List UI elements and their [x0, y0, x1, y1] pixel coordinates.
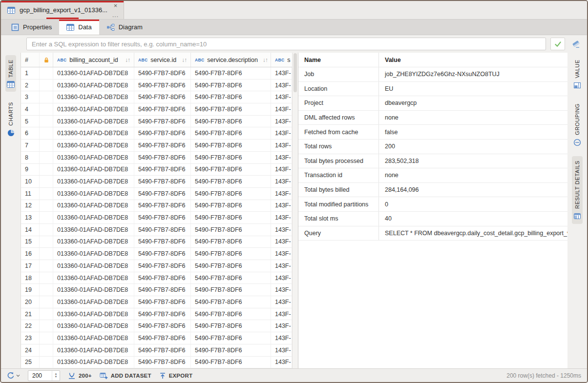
column-header-rownum[interactable]: #: [21, 53, 40, 67]
row-number-cell[interactable]: 2: [21, 80, 40, 91]
grid-cell[interactable]: 143F-: [271, 260, 292, 272]
grid-cell[interactable]: 013360-01AFAD-DB7DE8: [53, 260, 134, 272]
row-number-cell[interactable]: 3: [21, 91, 40, 103]
row-number-cell[interactable]: 20: [21, 296, 40, 308]
sql-filter-input[interactable]: [26, 38, 546, 50]
column-header-service-id[interactable]: ABCservice.id↓↑: [134, 53, 191, 67]
grid-cell[interactable]: 5490-F7B7-8DF6: [134, 212, 191, 223]
details-row[interactable]: Projectdbeavergcp: [298, 96, 567, 111]
tab-properties[interactable]: Properties: [4, 20, 59, 35]
add-dataset-button[interactable]: ADD DATASET: [100, 372, 151, 380]
grid-cell[interactable]: [40, 67, 53, 79]
details-row[interactable]: LocationEU: [298, 82, 567, 97]
grid-cell[interactable]: [40, 308, 53, 320]
grid-cell[interactable]: [40, 284, 53, 296]
grid-cell[interactable]: 013360-01AFAD-DB7DE8: [53, 272, 134, 284]
table-row[interactable]: 16013360-01AFAD-DB7DE85490-F7B7-8DF65490…: [21, 248, 292, 260]
grid-cell[interactable]: 143F-: [271, 176, 292, 187]
table-row[interactable]: 14013360-01AFAD-DB7DE85490-F7B7-8DF65490…: [21, 224, 292, 236]
grid-cell[interactable]: 5490-F7B7-8DF6: [134, 127, 191, 139]
stepper-arrows[interactable]: ▲ ▼: [52, 371, 60, 381]
export-button[interactable]: EXPORT: [159, 372, 193, 379]
details-row[interactable]: Total bytes billed284,164,096: [298, 183, 567, 198]
grid-cell[interactable]: 5490-F7B7-8DF6: [191, 152, 271, 163]
grid-cell[interactable]: 143F-: [271, 357, 292, 368]
details-row[interactable]: Total slot ms40: [298, 212, 567, 226]
grid-cell[interactable]: 5490-F7B7-8DF6: [191, 67, 271, 79]
table-row[interactable]: 24013360-01AFAD-DB7DE85490-F7B7-8DF65490…: [21, 344, 292, 357]
row-number-cell[interactable]: 15: [21, 236, 40, 248]
table-row[interactable]: 12013360-01AFAD-DB7DE85490-F7B7-8DF65490…: [21, 200, 292, 212]
grid-cell[interactable]: 013360-01AFAD-DB7DE8: [53, 248, 134, 260]
grid-cell[interactable]: 013360-01AFAD-DB7DE8: [53, 320, 134, 332]
table-row[interactable]: 11013360-01AFAD-DB7DE85490-F7B7-8DF65490…: [21, 188, 292, 200]
grid-cell[interactable]: 5490-F7B7-8DF6: [191, 188, 271, 200]
grid-cell[interactable]: [40, 164, 53, 176]
stepper-down-icon[interactable]: ▼: [55, 376, 58, 378]
grid-cell[interactable]: 5490-F7B7-8DF6: [134, 164, 191, 176]
grid-cell[interactable]: 143F-: [271, 248, 292, 260]
table-row[interactable]: 13013360-01AFAD-DB7DE85490-F7B7-8DF65490…: [21, 212, 292, 224]
table-row[interactable]: 22013360-01AFAD-DB7DE85490-F7B7-8DF65490…: [21, 320, 292, 332]
grid-cell[interactable]: [40, 140, 53, 151]
table-row[interactable]: 19013360-01AFAD-DB7DE85490-F7B7-8DF65490…: [21, 284, 292, 296]
grid-cell[interactable]: 5490-F7B7-8DF6: [134, 116, 191, 127]
grid-cell[interactable]: 5490-F7B7-8DF6: [134, 80, 191, 91]
grid-cell[interactable]: [40, 272, 53, 284]
grid-cell[interactable]: 143F-: [271, 320, 292, 332]
grid-cell[interactable]: [40, 332, 53, 344]
grid-cell[interactable]: 013360-01AFAD-DB7DE8: [53, 212, 134, 223]
details-row[interactable]: DML affected rowsnone: [298, 111, 567, 125]
grid-cell[interactable]: 143F-: [271, 103, 292, 115]
grid-cell[interactable]: 013360-01AFAD-DB7DE8: [53, 67, 134, 79]
grid-cell[interactable]: 143F-: [271, 284, 292, 296]
grid-cell[interactable]: 5490-F7B7-8DF6: [134, 152, 191, 163]
grid-cell[interactable]: [40, 116, 53, 127]
grid-cell[interactable]: 013360-01AFAD-DB7DE8: [53, 344, 134, 356]
editor-tab-gcp-billing[interactable]: gcp_billing_export_v1_01336... × ...: [1, 1, 124, 19]
grid-cell[interactable]: 5490-F7B7-8DF6: [191, 80, 271, 91]
grid-cell[interactable]: 143F-: [271, 127, 292, 139]
details-row[interactable]: Jobjob_ZHE8YIZDGz7e6Ghz-NXsuNZO8TUJ: [298, 67, 567, 82]
scrollbar-thumb[interactable]: [294, 53, 297, 92]
grid-cell[interactable]: 013360-01AFAD-DB7DE8: [53, 296, 134, 308]
grid-cell[interactable]: [40, 320, 53, 332]
grid-cell[interactable]: 143F-: [271, 116, 292, 127]
grid-cell[interactable]: 5490-F7B7-8DF6: [134, 284, 191, 296]
grid-cell[interactable]: 013360-01AFAD-DB7DE8: [53, 200, 134, 212]
row-number-cell[interactable]: 8: [21, 152, 40, 163]
overflow-icon[interactable]: ...: [112, 13, 119, 18]
grid-cell[interactable]: 5490-F7B7-8DF6: [191, 296, 271, 308]
row-number-cell[interactable]: 9: [21, 164, 40, 176]
close-icon[interactable]: ×: [114, 3, 118, 9]
grid-cell[interactable]: [40, 248, 53, 260]
table-row[interactable]: 5013360-01AFAD-DB7DE85490-F7B7-8DF65490-…: [21, 116, 292, 128]
sort-icon[interactable]: ↓↑: [180, 57, 187, 63]
details-row[interactable]: Fetched from cachefalse: [298, 125, 567, 140]
grid-cell[interactable]: 5490-F7B7-8DF6: [134, 140, 191, 151]
grid-cell[interactable]: 143F-: [271, 91, 292, 103]
grid-cell[interactable]: 5490-F7B7-8DF6: [134, 176, 191, 187]
grid-cell[interactable]: [40, 80, 53, 91]
row-number-cell[interactable]: 23: [21, 332, 40, 344]
grid-cell[interactable]: 5490-F7B7-8DF6: [191, 127, 271, 139]
grid-cell[interactable]: 5490-F7B7-8DF6: [134, 344, 191, 356]
row-number-cell[interactable]: 17: [21, 260, 40, 272]
column-header-lock[interactable]: [40, 53, 53, 67]
tab-diagram[interactable]: Diagram: [99, 20, 150, 35]
grid-cell[interactable]: 013360-01AFAD-DB7DE8: [53, 140, 134, 151]
grid-cell[interactable]: 143F-: [271, 332, 292, 344]
grid-cell[interactable]: 5490-F7B7-8DF6: [134, 260, 191, 272]
grid-cell[interactable]: 143F-: [271, 236, 292, 248]
grid-cell[interactable]: 5490-F7B7-8DF6: [191, 103, 271, 115]
grid-cell[interactable]: 5490-F7B7-8DF6: [191, 260, 271, 272]
clear-filter-button[interactable]: [569, 38, 582, 50]
grid-cell[interactable]: 013360-01AFAD-DB7DE8: [53, 308, 134, 320]
grid-cell[interactable]: [40, 260, 53, 272]
grid-cell[interactable]: 143F-: [271, 80, 292, 91]
row-number-cell[interactable]: 25: [21, 357, 40, 368]
grid-cell[interactable]: 013360-01AFAD-DB7DE8: [53, 332, 134, 344]
grid-cell[interactable]: 143F-: [271, 224, 292, 236]
grid-cell[interactable]: 5490-F7B7-8DF6: [191, 164, 271, 176]
panel-tab-result-details[interactable]: RESULT DETAILS: [572, 156, 583, 224]
